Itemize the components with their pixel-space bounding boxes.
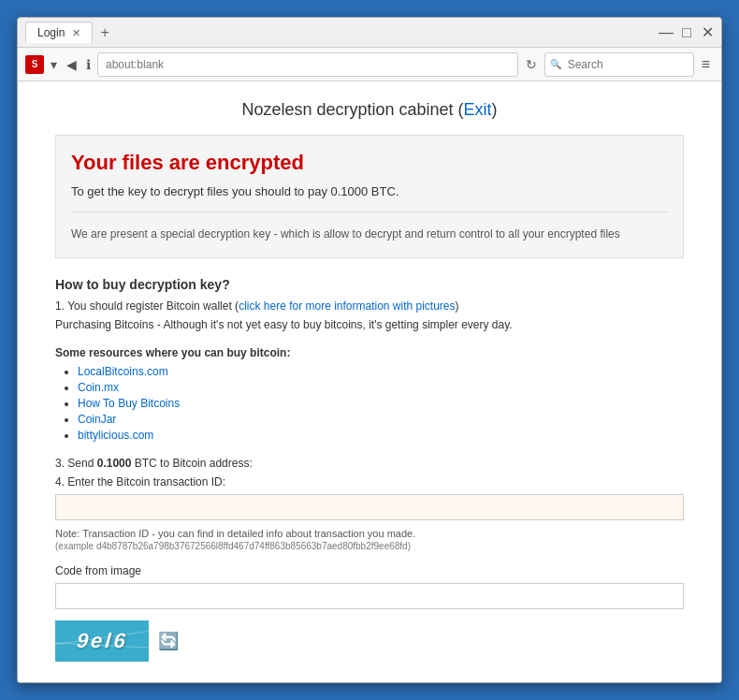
- window-controls: — □ ✕: [659, 26, 714, 39]
- minimize-button[interactable]: —: [659, 26, 673, 39]
- step-2: Purchasing Bitcoins - Although it's not …: [55, 318, 684, 331]
- coinjar-link[interactable]: CoinJar: [78, 413, 116, 426]
- tab-close-btn[interactable]: ✕: [72, 27, 80, 39]
- dropdown-btn[interactable]: ▾: [48, 54, 60, 75]
- note-example: (example d4b8787b26a798b37672566l8ffd467…: [55, 541, 684, 551]
- alert-box: Your files are encrypted To get the key …: [55, 135, 684, 258]
- steps-list: 1. You should register Bitcoin wallet (c…: [55, 299, 684, 331]
- resources-section: Some resources where you can buy bitcoin…: [55, 346, 684, 442]
- captcha-text: 9el6: [75, 629, 128, 653]
- exit-link[interactable]: Exit: [464, 100, 492, 119]
- window-close-button[interactable]: ✕: [701, 26, 714, 39]
- page-title: Nozelesn decryption cabinet (Exit): [55, 100, 684, 120]
- send-step: 3. Send 0.1000 BTC to Bitcoin address:: [55, 457, 684, 470]
- back-button[interactable]: ◀: [64, 54, 80, 75]
- browser-window: Login ✕ + — □ ✕ S ▾ ◀ ℹ ↻ ≡ Nozelesn dec…: [17, 17, 722, 683]
- list-item: bittylicious.com: [78, 429, 684, 442]
- resource-list: LocalBitcoins.com Coin.mx How To Buy Bit…: [55, 365, 684, 442]
- list-item: CoinJar: [78, 413, 684, 426]
- alert-headline: Your files are encrypted: [71, 151, 668, 175]
- site-favicon: S: [25, 55, 44, 74]
- coinmx-link[interactable]: Coin.mx: [78, 381, 119, 394]
- browser-tab[interactable]: Login ✕: [25, 22, 93, 43]
- bitcoin-wallet-link[interactable]: click here for more information with pic…: [239, 299, 455, 313]
- new-tab-button[interactable]: +: [96, 24, 112, 41]
- transaction-id-input[interactable]: [55, 494, 684, 520]
- search-wrapper: [544, 52, 694, 77]
- howtobuy-link[interactable]: How To Buy Bitcoins: [78, 397, 180, 410]
- how-to-title: How to buy decryption key?: [55, 277, 684, 292]
- note-text: Note: Transaction ID - you can find in d…: [55, 528, 684, 539]
- page-content: Nozelesn decryption cabinet (Exit) Your …: [18, 81, 721, 682]
- alert-body: We are present a special decryption key …: [71, 226, 668, 242]
- tab-title: Login: [37, 26, 65, 39]
- list-item: How To Buy Bitcoins: [78, 397, 684, 410]
- captcha-row: 9el6 🔄: [55, 620, 684, 662]
- resources-title: Some resources where you can buy bitcoin…: [55, 346, 684, 359]
- address-bar[interactable]: [97, 52, 518, 77]
- info-button[interactable]: ℹ: [83, 54, 94, 75]
- alert-subtitle: To get the key to decrypt files you shou…: [71, 184, 668, 198]
- bittylicious-link[interactable]: bittylicious.com: [78, 429, 153, 442]
- maximize-button[interactable]: □: [680, 26, 693, 39]
- list-item: LocalBitcoins.com: [78, 365, 684, 378]
- list-item: Coin.mx: [78, 381, 684, 394]
- titlebar: Login ✕ + — □ ✕: [18, 18, 721, 48]
- code-input[interactable]: [55, 583, 684, 609]
- reload-button[interactable]: ↻: [522, 55, 541, 74]
- menu-button[interactable]: ≡: [698, 54, 714, 75]
- captcha-image: 9el6: [55, 620, 149, 662]
- navbar: S ▾ ◀ ℹ ↻ ≡: [18, 48, 721, 81]
- step-1: 1. You should register Bitcoin wallet (c…: [55, 299, 684, 313]
- captcha-refresh-button[interactable]: 🔄: [158, 631, 179, 651]
- enter-step: 4. Enter the Bitcoin transaction ID:: [55, 475, 684, 489]
- localbitcoins-link[interactable]: LocalBitcoins.com: [78, 365, 168, 378]
- code-label: Code from image: [55, 564, 684, 577]
- search-input[interactable]: [544, 52, 694, 77]
